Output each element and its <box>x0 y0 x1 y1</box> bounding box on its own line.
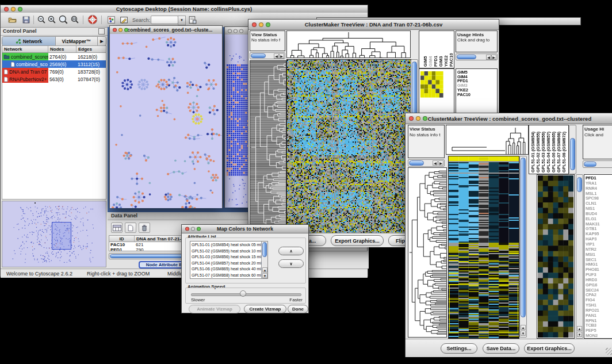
close-icon[interactable] <box>113 28 117 32</box>
status-zoom-hint: Right-click + drag to ZOOM <box>87 271 150 277</box>
hints-hscrollbar[interactable]: ◀▶ <box>456 53 498 60</box>
network-view-titlebar[interactable]: combined_scores_good.txt--cluste... <box>110 26 222 35</box>
column-dendrogram-canvas[interactable] <box>287 31 410 58</box>
zoom-heatmap-canvas[interactable] <box>538 175 573 338</box>
scroll-thumb[interactable] <box>262 242 267 257</box>
dialog-titlebar[interactable]: Map Colors to Network <box>182 225 308 233</box>
scroll-thumb[interactable] <box>409 160 424 166</box>
network-list: Network Nodes Edges combined_scores 2764… <box>2 45 106 200</box>
zoom-window-icon[interactable] <box>239 29 243 33</box>
speed-slider-track[interactable] <box>191 293 301 296</box>
scroll-thumb[interactable] <box>577 177 582 192</box>
attribute-item[interactable]: GPL51-06 (GSM865) heat shock 40 min <box>192 266 266 273</box>
settings-button[interactable]: Settings... <box>441 343 477 354</box>
scroll-thumb[interactable] <box>251 53 266 58</box>
close-icon[interactable] <box>252 22 257 27</box>
zoom-fit-icon[interactable] <box>70 15 80 27</box>
window-controls[interactable] <box>4 7 22 12</box>
row-dendrogram-canvas[interactable] <box>408 168 446 337</box>
zoom-window-icon[interactable] <box>18 7 22 12</box>
close-icon[interactable] <box>185 227 189 231</box>
usage-hints-panel: Usage Hints Click and drag to <box>456 30 498 52</box>
minimize-icon[interactable] <box>191 227 195 231</box>
delete-attribute-icon[interactable] <box>139 223 150 233</box>
search-input[interactable] <box>151 16 178 24</box>
heatmap-canvas[interactable] <box>448 156 519 339</box>
minimize-icon[interactable] <box>118 28 123 32</box>
resize-grip[interactable] <box>606 348 612 355</box>
close-icon[interactable] <box>4 7 9 12</box>
heatmap-vscrollbar[interactable]: ▲▼ <box>519 156 527 338</box>
attribute-select-icon[interactable] <box>111 223 123 233</box>
create-vizmap-button[interactable]: Create Vizmap <box>244 305 286 313</box>
status-hscrollbar[interactable]: ◀▶ <box>408 159 445 167</box>
done-button[interactable]: Done <box>288 305 308 313</box>
tab-vizmapper[interactable]: VizMapper™ <box>56 37 98 45</box>
speed-slider-thumb[interactable] <box>240 290 246 297</box>
zoom-out-icon[interactable] <box>37 15 47 27</box>
zoom-vscrollbar[interactable]: ▲▼ <box>576 174 583 339</box>
network-canvas[interactable] <box>110 34 222 208</box>
tab-network[interactable]: Network <box>2 37 56 45</box>
close-icon[interactable] <box>228 29 232 33</box>
hints-hscrollbar[interactable] <box>583 160 612 168</box>
network-overview-panel[interactable] <box>2 201 106 267</box>
network-overview-canvas[interactable] <box>2 201 106 267</box>
scroll-thumb[interactable] <box>457 55 476 59</box>
search-dropdown[interactable]: ▼ <box>178 16 186 25</box>
attribute-item[interactable]: GPL51-03 (GSM856) heat shock 15 min <box>192 254 266 260</box>
float-panel-icon[interactable] <box>98 28 105 35</box>
zoom-window-icon[interactable] <box>266 22 270 27</box>
open-icon[interactable] <box>7 15 17 27</box>
animate-vizmap-button[interactable]: Animate Vizmap <box>189 305 240 313</box>
toolbar-separator <box>83 16 83 24</box>
dendro-hscrollbar[interactable]: ◀▶ <box>250 52 285 59</box>
minimize-icon[interactable] <box>416 116 420 121</box>
usage-hints-title: Usage Hi <box>584 127 604 132</box>
scroll-thumb[interactable] <box>521 158 526 317</box>
treeview-combined-titlebar[interactable]: ClusterMaker TreeView : combined_scores_… <box>406 113 612 124</box>
control-panel-header: Control Panel <box>1 27 108 36</box>
minimize-icon[interactable] <box>234 29 238 33</box>
save-data-button[interactable]: Save Data... <box>483 343 519 354</box>
row-dendrogram-canvas[interactable] <box>250 60 286 234</box>
view-status-title: View Status <box>410 127 435 132</box>
network-row[interactable]: DNA and Tran 07 769(0) 183728(0) <box>2 68 106 75</box>
network-list-header[interactable]: Network Nodes Edges <box>2 46 106 53</box>
new-attribute-icon[interactable] <box>125 223 136 233</box>
attr-col-id: ID <box>109 236 135 242</box>
labels-vscrollbar[interactable] <box>569 125 576 174</box>
export-graphics-button[interactable]: Export Graphics... <box>524 343 575 354</box>
tab-overflow-arrow[interactable]: ▶ <box>98 37 106 45</box>
attribute-item[interactable]: GPL51-01 (GSM854) heat shock 05 min <box>192 242 266 248</box>
zoom-window-icon[interactable] <box>423 116 427 121</box>
dialog-title: Map Colors to Network <box>217 226 273 232</box>
move-down-button[interactable]: ∨ <box>278 259 304 268</box>
export-graphics-button[interactable]: Export Graphics... <box>331 235 384 246</box>
minimize-icon[interactable] <box>259 22 263 27</box>
scroll-thumb[interactable] <box>570 138 575 170</box>
column-dendrogram-canvas[interactable] <box>446 125 528 154</box>
attribute-listbox[interactable]: GPL51-01 (GSM854) heat shock 05 minGPL51… <box>190 241 268 279</box>
attribute-item[interactable]: GPL51-04 (GSM857) heat shock 20 min <box>192 260 266 267</box>
help-ring-icon[interactable] <box>87 14 98 27</box>
main-titlebar[interactable]: Cytoscape Desktop (Session Name: collins… <box>1 5 368 13</box>
close-icon[interactable] <box>409 116 414 121</box>
network-row-selected[interactable]: combined_sco 2569(6) 13112(15) <box>2 60 106 68</box>
attribute-item[interactable]: GPL51-07 (GSM868) heat shock 60 min <box>192 273 266 279</box>
zoom-window-icon[interactable] <box>124 28 128 32</box>
heatmap-canvas[interactable] <box>286 59 412 234</box>
scroll-thumb[interactable] <box>584 162 596 167</box>
move-up-button[interactable]: ∧ <box>278 247 304 255</box>
zoom-in-icon[interactable] <box>47 15 57 27</box>
attribute-item[interactable]: GPL51-02 (GSM855) heat shock 10 min <box>192 248 266 255</box>
matrix-column-labels: GIM5GIM4PFD1GIM3YKE2PAC10 <box>419 30 454 68</box>
save-icon[interactable] <box>21 15 31 27</box>
network-row[interactable]: RNAPuberNov2+ 563(0) 107847(0) <box>2 75 106 83</box>
zoom-window-icon[interactable] <box>197 227 201 231</box>
zoom-selected-icon[interactable] <box>58 14 68 27</box>
network-row[interactable]: combined_scores 2764(0) 16218(0) <box>2 53 106 60</box>
similarity-matrix-canvas[interactable] <box>420 71 443 98</box>
minimize-icon[interactable] <box>11 7 16 12</box>
treeview-dna-titlebar[interactable]: ClusterMaker TreeView : DNA and Tran 07-… <box>248 20 499 30</box>
